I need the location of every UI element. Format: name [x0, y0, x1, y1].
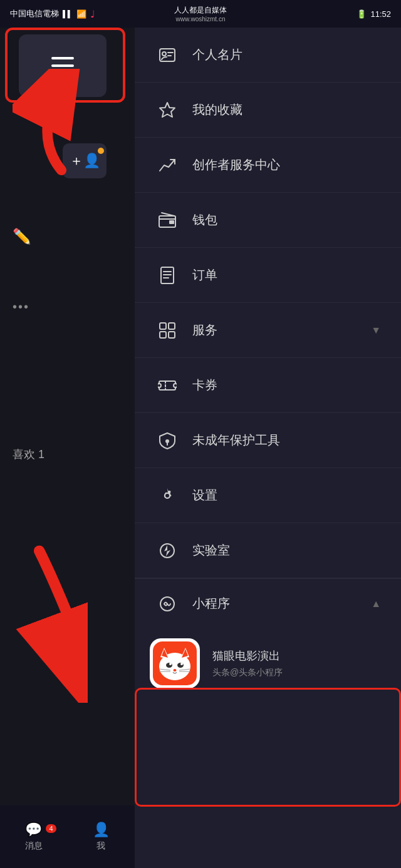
mini-program-label: 小程序	[192, 595, 371, 612]
menu-item-services[interactable]: 服务 ▼	[135, 303, 401, 358]
hamburger-line-2	[51, 64, 74, 67]
svg-point-35	[169, 663, 172, 665]
menu-item-favorites[interactable]: 我的收藏	[135, 83, 401, 138]
menu-item-profile[interactable]: 个人名片	[135, 28, 401, 83]
battery-icon: 🔋	[357, 9, 367, 19]
mini-program-source: 头条@头条小程序	[212, 667, 283, 678]
edit-pencil-icon[interactable]: ✏️	[13, 228, 31, 245]
svg-rect-7	[169, 220, 174, 224]
menu-item-lab[interactable]: 实验室	[135, 523, 401, 578]
mini-program-chevron-icon: ▲	[371, 598, 381, 610]
messages-icon: 💬	[25, 822, 42, 838]
dots-menu-icon[interactable]: •••	[13, 300, 29, 314]
nav-me[interactable]: 👤 我	[68, 822, 135, 852]
me-label: 我	[96, 840, 105, 852]
hamburger-line-1	[51, 57, 74, 59]
minors-label: 未成年保护工具	[192, 432, 381, 449]
site-name: 人人都是自媒体	[174, 5, 227, 16]
menu-item-vouchers[interactable]: 卡券	[135, 358, 401, 413]
chart-icon	[155, 153, 180, 178]
services-chevron-icon: ▼	[371, 325, 381, 336]
mini-program-info: 猫眼电影演出 头条@头条小程序	[212, 648, 283, 678]
orders-label: 订单	[192, 267, 381, 283]
svg-rect-15	[169, 332, 175, 338]
favorites-label: 我的收藏	[192, 101, 381, 118]
carrier-text: 中国电信電梯	[10, 8, 59, 19]
tiktok-icon: ♩	[90, 8, 95, 20]
mini-program-header[interactable]: 小程序 ▲	[135, 578, 401, 628]
gear-icon	[155, 483, 180, 508]
svg-marker-5	[160, 103, 175, 117]
svg-point-18	[174, 384, 177, 387]
svg-point-23	[165, 493, 170, 498]
add-friend-badge	[98, 148, 104, 154]
hamburger-button[interactable]	[19, 34, 107, 97]
menu-item-orders[interactable]: 订单	[135, 248, 401, 303]
menu-item-settings[interactable]: 设置	[135, 468, 401, 523]
status-center: 人人都是自媒体 www.woshizmt.cn	[174, 5, 227, 23]
bottom-nav: 💬 消息 4 👤 我	[0, 805, 135, 868]
menu-item-creator[interactable]: 创作者服务中心	[135, 138, 401, 193]
messages-badge: 4	[46, 824, 56, 833]
lab-label: 实验室	[192, 542, 381, 559]
svg-point-36	[180, 663, 183, 665]
svg-point-17	[158, 384, 161, 387]
status-left: 中国电信電梯 ▌▌ 📶 ♩	[10, 8, 95, 20]
me-icon: 👤	[93, 822, 110, 838]
profile-label: 个人名片	[192, 46, 381, 63]
svg-rect-14	[160, 332, 166, 338]
mini-program-icon	[155, 591, 180, 616]
messages-label: 消息	[25, 840, 43, 852]
vouchers-label: 卡券	[192, 377, 381, 394]
star-icon	[155, 98, 180, 123]
svg-rect-13	[169, 323, 175, 329]
nav-messages[interactable]: 💬 消息 4	[0, 822, 68, 852]
wifi-icon: 📶	[76, 9, 86, 19]
services-label: 服务	[192, 322, 371, 339]
wallet-icon	[155, 208, 180, 233]
document-icon	[155, 263, 180, 288]
svg-marker-25	[164, 545, 170, 556]
time-display: 11:52	[370, 9, 391, 19]
add-friend-icon: ＋👤	[70, 151, 100, 170]
mini-program-section: 小程序 ▲	[135, 578, 401, 703]
svg-point-37	[174, 669, 177, 671]
status-right: 🔋 11:52	[357, 9, 391, 19]
svg-rect-12	[160, 323, 166, 329]
mini-program-content[interactable]: 猫眼电影演出 头条@头条小程序	[135, 628, 401, 703]
left-panel: ＋👤 ✏️ ••• 喜欢 1 💬 消息 4 👤 我	[0, 28, 135, 868]
wallet-label: 钱包	[192, 212, 381, 228]
mini-program-name: 猫眼电影演出	[212, 648, 283, 663]
hamburger-icon	[51, 57, 74, 74]
menu-panel: 个人名片 我的收藏 创作者服务中心 钱包	[135, 28, 401, 868]
menu-item-wallet[interactable]: 钱包	[135, 193, 401, 248]
shield-icon	[155, 428, 180, 453]
lightning-icon	[155, 538, 180, 563]
person-card-icon	[155, 43, 180, 68]
apps-icon	[155, 318, 180, 343]
ticket-icon	[155, 373, 180, 398]
add-friend-button[interactable]: ＋👤	[63, 143, 107, 178]
svg-point-2	[162, 52, 166, 56]
maoyan-logo	[150, 638, 200, 688]
status-bar: 中国电信電梯 ▌▌ 📶 ♩ 人人都是自媒体 www.woshizmt.cn 🔋 …	[0, 0, 401, 28]
likes-label: 喜欢 1	[13, 447, 44, 462]
signal-icon: ▌▌	[63, 10, 73, 18]
hamburger-line-3	[51, 72, 74, 74]
creator-label: 创作者服务中心	[192, 156, 381, 173]
settings-label: 设置	[192, 487, 381, 504]
menu-item-minors[interactable]: 未成年保护工具	[135, 413, 401, 468]
site-url: www.woshizmt.cn	[176, 16, 226, 23]
